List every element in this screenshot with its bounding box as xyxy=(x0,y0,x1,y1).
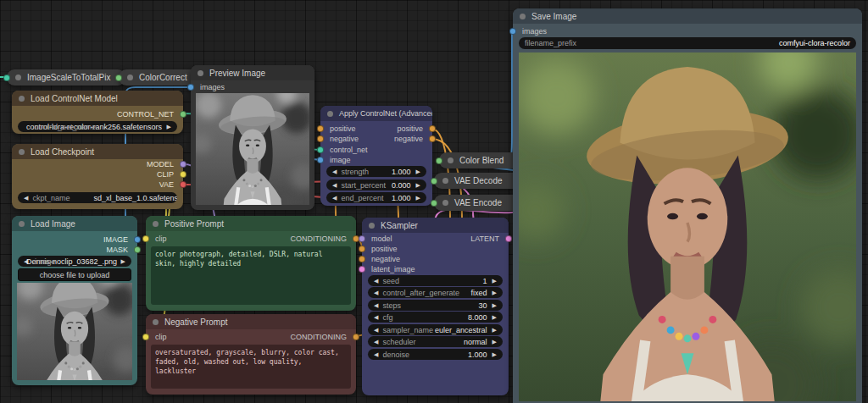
model-output-slot[interactable] xyxy=(180,161,186,168)
collapse-toggle-icon[interactable] xyxy=(448,157,453,163)
positive-input-slot[interactable] xyxy=(317,125,324,132)
conditioning-output-slot[interactable] xyxy=(353,334,359,340)
decrement-icon[interactable]: ◀ xyxy=(374,351,378,358)
node-header[interactable]: Negative Prompt xyxy=(146,314,356,329)
denoise-widget[interactable]: ◀ denoise 1.000 ▶ xyxy=(368,349,503,360)
mask-output-slot[interactable] xyxy=(134,246,141,253)
node-header[interactable]: Load Checkpoint xyxy=(12,144,183,159)
increment-icon[interactable]: ▶ xyxy=(416,182,420,189)
collapse-toggle-icon[interactable] xyxy=(153,221,159,227)
node-preview-image[interactable]: Preview Image images xyxy=(191,65,314,210)
collapse-toggle-icon[interactable] xyxy=(19,96,25,102)
image-file-widget[interactable]: ◀ Dennis-noclip_03682_.png image ▶ xyxy=(18,256,131,267)
steps-widget[interactable]: ◀ steps 30 ▶ xyxy=(368,300,503,311)
positive-input-slot[interactable] xyxy=(359,246,365,252)
scheduler-widget[interactable]: ◀ scheduler normal ▶ xyxy=(368,336,503,347)
clip-input-slot[interactable] xyxy=(142,235,149,242)
decrement-icon[interactable]: ◀ xyxy=(374,278,378,284)
decrement-icon[interactable]: ◀ xyxy=(374,290,378,296)
image-output-slot[interactable] xyxy=(134,236,141,243)
positive-output-slot[interactable] xyxy=(429,125,436,132)
control-after-generate-widget[interactable]: ◀ control_after_generate fixed ▶ xyxy=(368,287,503,298)
filename-prefix-widget[interactable]: filename_prefix comfyui-clora-recolor xyxy=(519,37,856,49)
collapse-toggle-icon[interactable] xyxy=(15,75,21,80)
decrement-icon[interactable]: ◀ xyxy=(374,314,378,321)
node-positive-prompt[interactable]: Positive Prompt clip CONDITIONING color … xyxy=(146,216,356,311)
increment-icon[interactable]: ▶ xyxy=(492,327,497,334)
node-header[interactable]: Apply ControlNet (Advanced) xyxy=(320,106,432,121)
image-input-slot[interactable] xyxy=(317,157,324,163)
prev-value-icon[interactable]: ◀ xyxy=(24,195,28,202)
node-negative-prompt[interactable]: Negative Prompt clip CONDITIONING oversa… xyxy=(146,314,356,395)
seed-widget[interactable]: ◀ seed 1 ▶ xyxy=(368,275,503,286)
node-apply-controlnet-advanced[interactable]: Apply ControlNet (Advanced) positive pos… xyxy=(320,106,432,206)
increment-icon[interactable]: ▶ xyxy=(416,195,420,202)
increment-icon[interactable]: ▶ xyxy=(416,168,420,175)
node-load-controlnet-model[interactable]: Load ControlNet Model CONTROL_NET contro… xyxy=(12,91,183,134)
latent-image-input-slot[interactable] xyxy=(359,266,365,273)
strength-widget[interactable]: ◀ strength 1.000 ▶ xyxy=(326,166,426,177)
control-net-name-widget[interactable]: control-lora-recolor-rank256.safetensors… xyxy=(18,121,177,132)
collapse-toggle-icon[interactable] xyxy=(520,14,526,19)
node-header[interactable]: Preview Image xyxy=(191,65,314,80)
node-header[interactable]: Save Image xyxy=(513,8,862,24)
control-net-input-slot[interactable] xyxy=(317,146,324,153)
node-header[interactable]: KSampler xyxy=(362,218,509,233)
images-input-slot[interactable] xyxy=(187,84,194,91)
negative-input-slot[interactable] xyxy=(317,135,324,142)
increment-icon[interactable]: ▶ xyxy=(492,278,497,284)
collapse-toggle-icon[interactable] xyxy=(442,200,448,206)
cfg-widget[interactable]: ◀ cfg 8.000 ▶ xyxy=(368,312,503,323)
increment-icon[interactable]: ▶ xyxy=(492,351,497,358)
input-slot[interactable] xyxy=(3,75,10,81)
node-header[interactable]: Load ControlNet Model xyxy=(12,91,183,106)
node-header[interactable]: Positive Prompt xyxy=(146,216,356,231)
node-header[interactable]: Load Image xyxy=(12,216,137,231)
decrement-icon[interactable]: ◀ xyxy=(332,168,337,175)
images-input-slot[interactable] xyxy=(509,28,516,35)
increment-icon[interactable]: ▶ xyxy=(492,314,497,321)
next-value-icon[interactable]: ▶ xyxy=(121,258,125,265)
increment-icon[interactable]: ▶ xyxy=(492,290,497,296)
node-load-image[interactable]: Load Image IMAGE MASK ◀ Dennis-noclip_03… xyxy=(12,216,137,385)
decrement-icon[interactable]: ◀ xyxy=(332,195,337,202)
clip-input-slot[interactable] xyxy=(142,334,149,340)
collapse-toggle-icon[interactable] xyxy=(442,178,448,184)
node-save-image[interactable]: Save Image images filename_prefix comfyu… xyxy=(513,8,862,403)
decrement-icon[interactable]: ◀ xyxy=(374,327,378,334)
collapse-toggle-icon[interactable] xyxy=(369,223,375,229)
negative-output-slot[interactable] xyxy=(429,135,436,142)
positive-prompt-textarea[interactable]: color photograph, detailed, DSLR, natura… xyxy=(151,246,351,305)
node-ksampler[interactable]: KSampler model LATENT positive negative … xyxy=(362,218,509,395)
input-slot[interactable] xyxy=(431,200,437,207)
increment-icon[interactable]: ▶ xyxy=(492,339,497,345)
collapse-toggle-icon[interactable] xyxy=(19,149,25,155)
decrement-icon[interactable]: ◀ xyxy=(374,339,378,345)
sampler-name-widget[interactable]: ◀ sampler_name euler_ancestral ▶ xyxy=(368,324,503,335)
collapse-toggle-icon[interactable] xyxy=(19,221,25,227)
next-value-icon[interactable]: ▶ xyxy=(167,124,171,130)
collapse-toggle-icon[interactable] xyxy=(198,70,203,76)
input-slot[interactable] xyxy=(431,178,437,185)
comfyui-canvas[interactable]: { "icons": { "arrow_left": "◀", "arrow_r… xyxy=(0,0,868,403)
control-net-output-slot[interactable] xyxy=(180,111,186,118)
collapse-toggle-icon[interactable] xyxy=(327,111,333,117)
model-input-slot[interactable] xyxy=(359,235,365,242)
choose-file-button[interactable]: choose file to upload xyxy=(18,268,131,281)
node-image-scale-to-total-pix[interactable]: ImageScaleToTotalPix xyxy=(7,69,125,86)
end-percent-widget[interactable]: ◀ end_percent 1.000 ▶ xyxy=(326,192,426,203)
collapse-toggle-icon[interactable] xyxy=(127,75,133,80)
clip-output-slot[interactable] xyxy=(180,171,186,178)
decrement-icon[interactable]: ◀ xyxy=(332,182,337,189)
ckpt-name-widget[interactable]: ◀ ckpt_name sd_xl_base_1.0.safetensors ▶ xyxy=(18,192,177,203)
start-percent-widget[interactable]: ◀ start_percent 0.000 ▶ xyxy=(326,179,426,190)
vae-output-slot[interactable] xyxy=(180,181,186,188)
node-load-checkpoint[interactable]: Load Checkpoint MODEL CLIP VAE ◀ ckpt_na… xyxy=(12,144,183,209)
input-slot[interactable] xyxy=(436,157,442,164)
increment-icon[interactable]: ▶ xyxy=(492,302,497,309)
decrement-icon[interactable]: ◀ xyxy=(374,302,378,309)
negative-input-slot[interactable] xyxy=(359,256,365,262)
latent-output-slot[interactable] xyxy=(505,235,512,242)
collapse-toggle-icon[interactable] xyxy=(153,319,159,325)
negative-prompt-textarea[interactable]: oversaturated, grayscale, blurry, color … xyxy=(151,345,351,389)
